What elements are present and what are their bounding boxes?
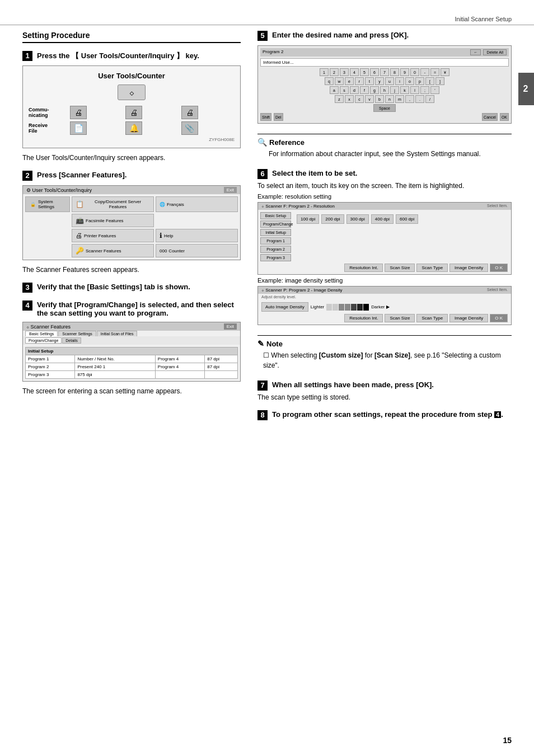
printer-features-item[interactable]: 🖨 Printer Features	[72, 229, 154, 242]
res-300[interactable]: 300 dpi	[346, 214, 369, 224]
kb-backspace-btn[interactable]: ←	[470, 49, 481, 55]
kb-key-z[interactable]: z	[335, 95, 344, 103]
kb-key-semi[interactable]: ;	[420, 86, 429, 94]
kb-key-q[interactable]: q	[325, 77, 334, 85]
res-nav-basic[interactable]: Basic Setup	[260, 212, 291, 219]
prog-subtab-details[interactable]: Details	[62, 337, 81, 344]
francais-item[interactable]: 🌐 Français	[156, 196, 238, 212]
copy-doc-server-item[interactable]: 📋 Copy/Document Server Features	[72, 196, 154, 212]
res-nav-ok[interactable]: O K	[490, 264, 508, 272]
kb-key-period[interactable]: .	[415, 95, 424, 103]
density-panel: ⬦ Scanner P: Program 2 - Image Density S…	[257, 286, 512, 325]
kb-key-bracket-l[interactable]: [	[425, 77, 434, 85]
res-nav-program-change[interactable]: Program/Change	[260, 220, 291, 228]
kb-key-quote[interactable]: '	[430, 86, 439, 94]
help-item[interactable]: ℹ Help	[156, 229, 238, 242]
res-nav-resolution[interactable]: Resolution Int.	[344, 264, 383, 272]
keyboard-panel: Program 2 ← Delete All Informed Use... 1…	[257, 45, 512, 124]
kb-key-4[interactable]: 4	[350, 68, 359, 76]
counter-item[interactable]: 000 Counter	[156, 244, 238, 257]
density-nav-scan-type[interactable]: Scan Type	[416, 314, 448, 322]
kb-key-a[interactable]: a	[330, 86, 339, 94]
prog-tab-initial[interactable]: Initial Scan of Files	[97, 331, 138, 336]
res-200[interactable]: 200 dpi	[321, 214, 344, 224]
kb-key-3[interactable]: 3	[340, 68, 349, 76]
res-nav-prog3[interactable]: Program 3	[260, 254, 291, 261]
kb-key-eq[interactable]: =	[430, 68, 439, 76]
reference-icon: 🔍	[257, 138, 267, 147]
prog2-cell: Program 2	[26, 363, 75, 371]
res-nav-initial[interactable]: Initial Setup	[260, 229, 291, 236]
prog-tab-scanner[interactable]: Scanner Settings	[58, 331, 96, 336]
kb-key-t[interactable]: t	[365, 77, 374, 85]
kb-key-s[interactable]: s	[340, 86, 349, 94]
kb-key-l[interactable]: l	[410, 86, 419, 94]
res-nav-image-density[interactable]: Image Density	[449, 264, 488, 272]
kb-key-0[interactable]: 0	[410, 68, 419, 76]
kb-key-yen[interactable]: ¥	[441, 68, 449, 76]
kb-key-w[interactable]: w	[335, 77, 344, 85]
kb-key-f[interactable]: f	[360, 86, 369, 94]
kb-key-o[interactable]: o	[405, 77, 414, 85]
kb-key-r[interactable]: r	[355, 77, 364, 85]
density-nav-resolution[interactable]: Resolution Int.	[344, 314, 383, 322]
res-nav-scan-size[interactable]: Scan Size	[385, 264, 415, 272]
example-density-label: Example: image density setting	[257, 277, 512, 284]
kb-ok-btn[interactable]: OK	[500, 113, 509, 121]
kb-bottom-row: Shift Del Cancel OK	[260, 113, 509, 121]
res-600[interactable]: 600 dpi	[396, 214, 418, 224]
kb-key-n[interactable]: n	[385, 95, 394, 103]
kb-key-8[interactable]: 8	[390, 68, 399, 76]
res-100[interactable]: 100 dpi	[297, 214, 319, 224]
kb-key-7[interactable]: 7	[380, 68, 389, 76]
kb-key-bracket-r[interactable]: ]	[435, 77, 444, 85]
kb-key-v[interactable]: v	[365, 95, 374, 103]
kb-key-5[interactable]: 5	[360, 68, 369, 76]
kb-key-comma[interactable]: ,	[405, 95, 414, 103]
prog-tab-basic[interactable]: Basic Settings	[25, 331, 58, 336]
density-nav-ok[interactable]: O K	[490, 314, 508, 322]
scanner-exit-btn[interactable]: Exit	[224, 187, 237, 193]
kb-delete-all-btn[interactable]: Delete All	[483, 49, 507, 55]
kb-key-e[interactable]: e	[345, 77, 354, 85]
kb-input-field[interactable]: Informed Use...	[260, 58, 509, 67]
kb-space-bar[interactable]: Space	[373, 104, 396, 112]
density-auto-btn[interactable]: Auto Image Density	[261, 302, 308, 312]
res-nav-scan-type[interactable]: Scan Type	[416, 264, 448, 272]
kb-key-k[interactable]: k	[400, 86, 409, 94]
kb-key-y[interactable]: y	[375, 77, 384, 85]
res-nav-prog2[interactable]: Program 2	[260, 246, 291, 253]
kb-key-c[interactable]: c	[355, 95, 364, 103]
res-nav-prog1[interactable]: Program 1	[260, 237, 291, 245]
kb-key-j[interactable]: j	[390, 86, 399, 94]
kb-cancel-btn[interactable]: Cancel	[482, 113, 498, 121]
res-400[interactable]: 400 dpi	[371, 214, 394, 224]
scanner-features-item[interactable]: 🔑 Scanner Features	[72, 244, 154, 257]
kb-key-h[interactable]: h	[380, 86, 389, 94]
kb-del-btn[interactable]: Del	[274, 113, 283, 121]
kb-key-g[interactable]: g	[370, 86, 379, 94]
system-settings-item[interactable]: 🔒 System Settings	[25, 196, 70, 212]
prog-subtab-program[interactable]: Program/Change	[25, 337, 62, 344]
density-nav-image-density[interactable]: Image Density	[449, 314, 488, 322]
kb-key-2[interactable]: 2	[330, 68, 339, 76]
kb-key-u[interactable]: u	[385, 77, 394, 85]
panel-code: ZYFGH008E	[29, 137, 235, 142]
density-nav-scan-size[interactable]: Scan Size	[385, 314, 415, 322]
table-row: Program 2 Present 240 1 Program 4 87 dpi	[26, 363, 238, 371]
kb-shift-btn[interactable]: Shift	[260, 113, 271, 121]
kb-key-b[interactable]: b	[375, 95, 384, 103]
prog-exit-btn[interactable]: Exit	[224, 323, 237, 330]
kb-key-dash[interactable]: -	[420, 68, 429, 76]
kb-key-m[interactable]: m	[395, 95, 404, 103]
kb-key-d[interactable]: d	[350, 86, 359, 94]
kb-key-p[interactable]: p	[415, 77, 424, 85]
kb-key-i[interactable]: i	[395, 77, 404, 85]
kb-key-1[interactable]: 1	[320, 68, 329, 76]
kb-key-9[interactable]: 9	[400, 68, 409, 76]
kb-key-x[interactable]: x	[345, 95, 354, 103]
facsimile-features-item[interactable]: 📠 Facsimile Features	[72, 214, 154, 227]
kb-key-6[interactable]: 6	[370, 68, 379, 76]
main-content: Setting Procedure 1 Press the 【 User Too…	[0, 31, 534, 428]
kb-key-slash[interactable]: /	[425, 95, 434, 103]
